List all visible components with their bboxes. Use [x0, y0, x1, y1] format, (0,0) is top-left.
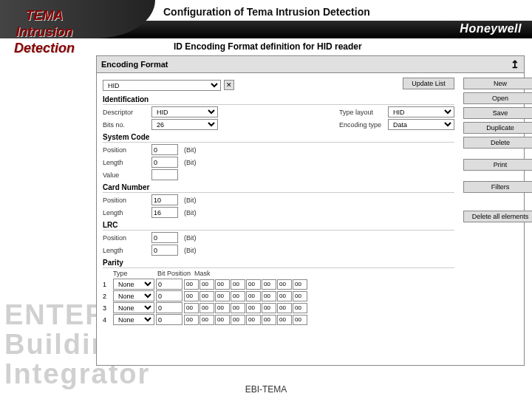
parity-mask-cell[interactable]: [184, 279, 199, 290]
parity-row: 3None: [103, 302, 454, 313]
panel-header: Encoding Format ↥: [97, 56, 524, 73]
encodingtype-select[interactable]: Data: [388, 119, 454, 130]
parity-mask: [184, 291, 307, 301]
sc-position-unit: (Bit): [184, 146, 197, 154]
section-parity: Parity: [103, 259, 454, 268]
sidebar-line1: TEMA: [7, 7, 81, 24]
parity-mask-cell[interactable]: [200, 291, 214, 301]
lrc-position-input[interactable]: [151, 232, 178, 243]
parity-mask-cell[interactable]: [200, 303, 214, 313]
parity-mask-cell[interactable]: [277, 315, 292, 325]
typelayout-select[interactable]: HID: [388, 106, 454, 117]
sc-length-label: Length: [103, 159, 149, 166]
filters-button[interactable]: Filters: [463, 181, 532, 193]
parity-mask-cell[interactable]: [231, 279, 245, 290]
parity-bitpos-input[interactable]: [156, 314, 183, 325]
parity-bitpos-input[interactable]: [156, 279, 183, 290]
parity-row-num: 4: [103, 316, 112, 324]
parity-mask-cell[interactable]: [246, 315, 261, 325]
sc-length-input[interactable]: [151, 157, 178, 168]
descriptor-select[interactable]: HID: [151, 106, 218, 117]
parity-type-select[interactable]: None: [113, 279, 154, 290]
up-arrow-icon[interactable]: ↥: [511, 58, 519, 70]
parity-type-select[interactable]: None: [113, 290, 154, 301]
format-select[interactable]: HID: [103, 80, 221, 91]
parity-mask-cell[interactable]: [231, 315, 245, 325]
parity-mask-cell[interactable]: [293, 279, 307, 290]
parity-mask-cell[interactable]: [277, 303, 292, 313]
lrc-position-label: Position: [103, 234, 149, 242]
parity-bitpos-input[interactable]: [156, 290, 183, 301]
parity-row: 4None: [103, 314, 454, 325]
parity-mask-cell[interactable]: [215, 315, 230, 325]
parity-mask-cell[interactable]: [231, 291, 245, 301]
parity-mask-cell[interactable]: [246, 303, 261, 313]
bitsno-label: Bits no.: [103, 121, 149, 129]
cn-position-unit: (Bit): [184, 197, 197, 204]
brand-logo: Honeywell: [460, 22, 522, 35]
sc-value-input[interactable]: [151, 169, 178, 180]
cn-position-label: Position: [103, 197, 149, 204]
page-title: Configuration of Tema Intrusion Detectio…: [159, 6, 375, 18]
lrc-length-input[interactable]: [151, 245, 178, 256]
parity-mask-cell[interactable]: [277, 291, 292, 301]
form-area: HID ✕ Update List Identification Descrip…: [97, 73, 460, 329]
sc-value-label: Value: [103, 171, 149, 179]
parity-mask-cell[interactable]: [215, 279, 230, 290]
deleteall-button[interactable]: Delete all elements: [463, 211, 532, 222]
parity-head-mask: Mask: [194, 270, 372, 277]
parity-mask-cell[interactable]: [293, 291, 307, 301]
parity-type-select[interactable]: None: [113, 314, 154, 325]
parity-mask-cell[interactable]: [277, 279, 292, 290]
sc-position-label: Position: [103, 146, 149, 154]
parity-type-select[interactable]: None: [113, 302, 154, 313]
footer: EBI-TEMA: [0, 384, 532, 395]
parity-row-num: 3: [103, 304, 112, 312]
parity-mask-cell[interactable]: [262, 315, 276, 325]
parity-mask-cell[interactable]: [200, 279, 214, 290]
parity-mask-cell[interactable]: [293, 315, 307, 325]
lrc-length-unit: (Bit): [184, 247, 197, 254]
print-button[interactable]: Print: [463, 159, 532, 171]
save-button[interactable]: Save: [463, 107, 532, 119]
parity-mask-cell[interactable]: [200, 315, 214, 325]
parity-table: Type Bit Position Mask 1None2None3None4N…: [103, 270, 454, 325]
parity-mask-cell[interactable]: [246, 279, 261, 290]
sc-length-unit: (Bit): [184, 159, 197, 166]
parity-mask-cell[interactable]: [215, 303, 230, 313]
parity-mask-cell[interactable]: [215, 291, 230, 301]
close-icon[interactable]: ✕: [224, 80, 234, 90]
parity-mask-cell[interactable]: [184, 303, 199, 313]
section-systemcode: System Code: [103, 133, 454, 143]
bitsno-select[interactable]: 26: [151, 119, 218, 130]
update-list-button[interactable]: Update List: [403, 78, 454, 89]
button-column: New Open Save Duplicate Delete Print Fil…: [460, 73, 532, 329]
parity-mask-cell[interactable]: [184, 315, 199, 325]
section-identification: Identification: [103, 95, 454, 105]
duplicate-button[interactable]: Duplicate: [463, 122, 532, 134]
parity-mask-cell[interactable]: [246, 291, 261, 301]
new-button[interactable]: New: [463, 78, 532, 89]
parity-mask-cell[interactable]: [262, 279, 276, 290]
parity-mask-cell[interactable]: [293, 303, 307, 313]
section-cardnumber: Card Number: [103, 183, 454, 193]
typelayout-label: Type layout: [339, 109, 385, 116]
sc-position-input[interactable]: [151, 144, 178, 155]
parity-row-num: 1: [103, 281, 112, 288]
subtitle: ID Encoding Format definition for HID re…: [174, 41, 362, 52]
lrc-length-label: Length: [103, 247, 149, 254]
cn-position-input[interactable]: [151, 194, 178, 205]
cn-length-label: Length: [103, 209, 149, 216]
parity-mask-cell[interactable]: [184, 291, 199, 301]
parity-row: 2None: [103, 290, 454, 301]
delete-button[interactable]: Delete: [463, 137, 532, 149]
parity-mask-cell[interactable]: [231, 303, 245, 313]
parity-mask-cell[interactable]: [262, 291, 276, 301]
parity-bitpos-input[interactable]: [156, 302, 183, 313]
sidebar-title: TEMA Intrusion Detection: [7, 7, 81, 56]
parity-mask-cell[interactable]: [262, 303, 276, 313]
cn-length-input[interactable]: [151, 207, 178, 218]
panel-title: Encoding Format: [101, 60, 168, 69]
open-button[interactable]: Open: [463, 92, 532, 104]
sidebar-line3: Detection: [7, 40, 81, 56]
